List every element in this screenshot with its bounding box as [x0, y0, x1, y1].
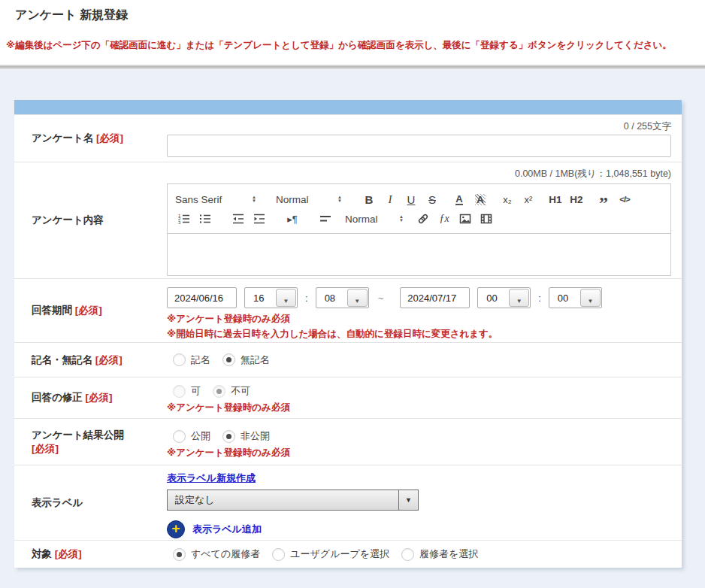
italic-button[interactable]: I — [381, 190, 399, 208]
image-icon — [458, 212, 472, 226]
display-label-content: 表示ラベル新規作成 設定なし ▼ + 表示ラベル追加 — [167, 465, 682, 540]
underline-icon: U — [407, 193, 416, 206]
radio-option-all-students[interactable]: すべての履修者 — [173, 547, 260, 561]
display-label-label: 表示ラベル — [14, 465, 167, 540]
ordered-list-button[interactable]: 123 — [175, 210, 193, 228]
answer-correction-label-text: 回答の修正 — [32, 392, 83, 403]
target-label-text: 対象 — [32, 548, 52, 559]
align-button[interactable] — [316, 210, 334, 228]
text-color-button[interactable]: A — [450, 190, 468, 208]
survey-name-label-text: アンケート名 — [32, 132, 93, 144]
create-display-label-link[interactable]: 表示ラベル新規作成 — [167, 472, 256, 483]
subscript-button[interactable]: x₂ — [498, 190, 516, 208]
superscript-button[interactable]: x² — [519, 190, 537, 208]
named-anonymous-label-text: 記名・無記名 — [32, 354, 92, 365]
radio-option-label: ユーザグループを選択 — [290, 547, 389, 561]
updown-arrows-icon: ▲▼ — [252, 195, 256, 203]
bullet-list-button[interactable] — [196, 210, 214, 228]
radio-option-label: 不可 — [231, 384, 250, 398]
row-survey-content: アンケート内容 0.00MB / 1MB(残り：1,048,551 byte) … — [14, 162, 682, 278]
page-title: アンケート 新規登録 — [15, 8, 128, 23]
start-minute-select[interactable]: 08 ▼ — [316, 287, 369, 308]
start-minute-value: 08 — [316, 292, 335, 304]
radio-option-disallow[interactable]: 不可 — [213, 384, 250, 398]
indent-button[interactable] — [250, 210, 268, 228]
display-label-select[interactable]: 設定なし ▼ — [167, 489, 419, 511]
radio-disabled-checked-icon — [213, 385, 225, 398]
formula-icon: ƒx — [439, 213, 449, 225]
start-hour-select[interactable]: 16 ▼ — [244, 287, 298, 308]
radio-option-public[interactable]: 公開 — [173, 429, 210, 443]
chevron-down-icon: ▼ — [587, 297, 593, 306]
end-minute-select[interactable]: 00 ▼ — [549, 287, 602, 308]
form-card: アンケート名 [必須] 0 / 255文字 アンケート内容 0.00MB / 1… — [14, 100, 682, 568]
rich-text-editor: Sans Serif ▲▼ Normal ▲▼ B I U S — [167, 183, 671, 276]
link-button[interactable] — [414, 210, 432, 228]
named-anonymous-label: 記名・無記名 [必須] — [14, 343, 167, 377]
bold-button[interactable]: B — [360, 190, 378, 208]
survey-name-counter: 0 / 255文字 — [624, 120, 671, 133]
end-minute-dropdown-button[interactable]: ▼ — [580, 289, 601, 307]
bold-icon: B — [365, 193, 374, 206]
video-icon — [480, 212, 493, 226]
end-hour-dropdown-button[interactable]: ▼ — [509, 289, 529, 307]
updown-arrows-icon: ▲▼ — [337, 195, 342, 203]
outdent-icon — [231, 212, 245, 226]
outdent-button[interactable] — [229, 210, 247, 228]
font-picker[interactable]: Sans Serif ▲▼ — [175, 194, 256, 205]
indent-icon — [253, 212, 266, 226]
display-label-label-text: 表示ラベル — [32, 496, 167, 510]
underline-button[interactable]: U — [402, 190, 420, 208]
header2-button[interactable]: H2 — [567, 190, 585, 208]
end-hour-value: 00 — [478, 292, 497, 304]
header1-icon: H1 — [549, 194, 561, 205]
radio-option-allow[interactable]: 可 — [173, 384, 201, 398]
target-required: [必須] — [55, 548, 82, 559]
text-direction-icon: ▸¶ — [287, 214, 298, 225]
blockquote-button[interactable]: ” — [595, 190, 613, 208]
editor-body[interactable] — [168, 234, 670, 275]
radio-disabled-icon — [173, 385, 186, 398]
add-display-label-button[interactable]: + 表示ラベル追加 — [167, 520, 671, 538]
size-picker[interactable]: Normal ▲▼ — [276, 194, 342, 205]
row-result-publish: アンケート結果公開 [必須] 公開 非公開 ※アンケート登録時のみ必須 — [14, 418, 682, 465]
chevron-down-icon: ▼ — [283, 297, 289, 306]
radio-checked-icon — [173, 548, 186, 561]
toolbar-row-1: Sans Serif ▲▼ Normal ▲▼ B I U S — [175, 189, 663, 209]
text-color-icon: A — [455, 194, 462, 205]
add-display-label-text: 表示ラベル追加 — [192, 523, 262, 536]
survey-content-label: アンケート内容 — [14, 162, 167, 278]
answer-period-label: 回答期間 [必須] — [14, 279, 167, 342]
header1-button[interactable]: H1 — [546, 190, 564, 208]
start-date-input[interactable]: 2024/06/16 — [167, 287, 237, 308]
time-colon: : — [305, 292, 308, 304]
radio-option-user-group[interactable]: ユーザグループを選択 — [272, 547, 389, 561]
radio-option-select-students[interactable]: 履修者を選択 — [401, 547, 478, 561]
radio-option-anonymous[interactable]: 無記名 — [222, 353, 270, 367]
result-publish-required: [必須] — [32, 442, 167, 456]
strikethrough-button[interactable]: S — [423, 190, 441, 208]
radio-option-label: 公開 — [191, 429, 210, 443]
start-hour-dropdown-button[interactable]: ▼ — [276, 289, 296, 307]
formula-button[interactable]: ƒx — [435, 210, 453, 228]
radio-option-private[interactable]: 非公開 — [222, 429, 270, 443]
display-label-select-button[interactable]: ▼ — [398, 490, 418, 510]
radio-option-label: すべての履修者 — [191, 547, 260, 561]
answer-period-content: 2024/06/16 16 ▼ : 08 ▼ ~ 2024/07/17 00 ▼ — [167, 279, 682, 342]
format-picker[interactable]: Normal ▲▼ — [345, 214, 404, 225]
row-survey-name: アンケート名 [必須] 0 / 255文字 — [14, 114, 682, 162]
survey-name-input[interactable] — [167, 135, 671, 157]
end-hour-select[interactable]: 00 ▼ — [477, 287, 531, 308]
video-button[interactable] — [477, 210, 495, 228]
main-area: アンケート名 [必須] 0 / 255文字 アンケート内容 0.00MB / 1… — [0, 69, 705, 588]
ordered-list-icon: 123 — [177, 212, 191, 226]
radio-option-label: 記名 — [191, 353, 210, 367]
image-button[interactable] — [456, 210, 474, 228]
text-direction-button[interactable]: ▸¶ — [283, 210, 301, 228]
end-date-input[interactable]: 2024/07/17 — [400, 287, 470, 308]
period-controls: 2024/06/16 16 ▼ : 08 ▼ ~ 2024/07/17 00 ▼ — [167, 287, 671, 308]
radio-option-named[interactable]: 記名 — [173, 353, 210, 367]
background-color-button[interactable]: A — [471, 190, 489, 208]
code-block-button[interactable]: </> — [616, 190, 634, 208]
start-minute-dropdown-button[interactable]: ▼ — [347, 289, 368, 307]
